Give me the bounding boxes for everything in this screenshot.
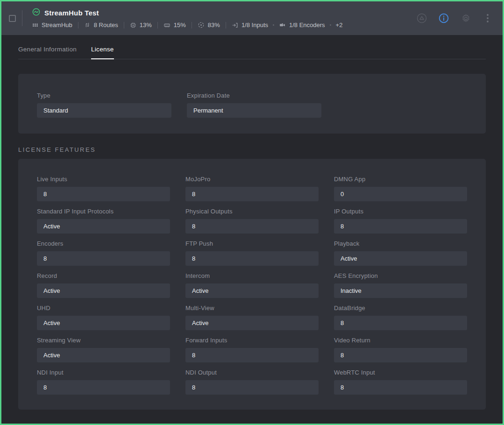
feature-value: 8 [334, 316, 467, 330]
license-type-label: Type [37, 92, 171, 99]
tab-license[interactable]: License [91, 46, 114, 59]
fan-icon [198, 21, 205, 28]
select-device-checkbox[interactable] [9, 15, 16, 22]
feature-value: Active [185, 283, 319, 298]
encoders-label: 1/8 Encoders [289, 21, 325, 28]
device-info: StreamHub Test StreamHub [32, 8, 342, 28]
feature-value: 8 [185, 380, 319, 395]
license-summary-card: Type Standard Expiration Date Permanent [18, 74, 486, 134]
encoders-stat: 1/8 Encoders [279, 21, 325, 28]
stat-separator [226, 22, 226, 28]
feature-field: FTP Push 8 [185, 240, 319, 266]
expiration-date-label: Expiration Date [187, 92, 321, 99]
feature-field: Record Active [37, 272, 170, 298]
header-actions [416, 13, 493, 24]
feature-value: 8 [37, 251, 170, 266]
license-type-value: Standard [37, 103, 171, 118]
feature-value: 8 [185, 219, 319, 234]
feature-value: Active [37, 219, 170, 234]
feature-label: DMNG App [334, 176, 467, 183]
detail-tabbar: General Information License [18, 46, 486, 59]
memory-icon [163, 22, 170, 28]
feature-field: WebRTC Input 8 [334, 369, 467, 395]
tab-general-information[interactable]: General Information [18, 46, 77, 59]
feature-label: AES Encryption [334, 272, 467, 279]
feature-label: Encoders [37, 240, 170, 247]
feature-value: 8 [185, 251, 319, 266]
feature-field: NDI Input 8 [37, 369, 170, 395]
device-type-label: StreamHub [42, 21, 72, 28]
feature-label: IP Outputs [334, 208, 467, 215]
stat-dot-separator [330, 24, 331, 26]
feature-label: NDI Input [37, 369, 170, 376]
feature-value: Active [185, 316, 319, 330]
info-circle-button[interactable] [438, 13, 449, 24]
feature-label: Streaming View [37, 337, 170, 344]
feature-field: Forward Inputs 8 [185, 337, 319, 362]
input-arrow-icon [232, 22, 238, 28]
feature-field: MoJoPro 8 [185, 176, 319, 201]
license-features-heading: LICENSE FEATURES [18, 146, 486, 153]
memory-label: 15% [174, 21, 186, 28]
device-type-stat: StreamHub [32, 21, 72, 28]
feature-field: Intercom Active [185, 272, 319, 298]
license-type-field: Type Standard [37, 92, 171, 118]
feature-label: Physical Outputs [185, 208, 319, 215]
feature-value: Active [37, 283, 170, 298]
feature-value: 8 [37, 187, 170, 201]
routes-icon [84, 21, 91, 28]
stat-separator [124, 22, 124, 28]
feature-label: DataBridge [334, 305, 467, 312]
stat-separator [157, 22, 158, 28]
feature-field: Video Return 8 [334, 337, 467, 362]
feature-field: AES Encryption Inactive [334, 272, 467, 298]
feature-label: Playback [334, 240, 467, 247]
license-features-card: Live Inputs 8 MoJoPro 8 DMNG App 0 Stand… [18, 159, 486, 410]
feature-label: Record [37, 272, 170, 279]
header-divider [22, 10, 22, 26]
device-window: StreamHub Test StreamHub [0, 0, 504, 425]
alert-circle-button[interactable] [416, 13, 427, 24]
feature-field: IP Outputs 8 [334, 208, 467, 234]
cpu-stat: 13% [130, 21, 152, 28]
feature-label: FTP Push [185, 240, 319, 247]
cpu-label: 13% [140, 21, 152, 28]
gear-icon-button[interactable] [460, 13, 471, 24]
kebab-menu-button[interactable] [482, 13, 493, 24]
feature-field: UHD Active [37, 305, 170, 330]
feature-label: UHD [37, 305, 170, 312]
feature-value: 8 [185, 187, 319, 201]
feature-value: Active [334, 251, 467, 266]
feature-field: Multi-View Active [185, 305, 319, 330]
feature-label: WebRTC Input [334, 369, 467, 376]
cpu-icon [130, 22, 136, 28]
feature-field: DataBridge 8 [334, 305, 467, 330]
feature-field: NDI Output 8 [185, 369, 319, 395]
feature-label: MoJoPro [185, 176, 319, 183]
feature-label: Intercom [185, 272, 319, 279]
stat-separator [192, 22, 192, 28]
fan-stat: 83% [198, 21, 220, 28]
feature-value: 0 [334, 187, 467, 201]
feature-value: 8 [37, 380, 170, 395]
feature-label: NDI Output [185, 369, 319, 376]
feature-label: Video Return [334, 337, 467, 344]
stat-dot-separator [273, 24, 274, 26]
feature-field: Standard IP Input Protocols Active [37, 208, 170, 234]
routes-label: 8 Routes [94, 21, 118, 28]
feature-value: Active [37, 316, 170, 330]
more-count-stat[interactable]: +2 [336, 21, 343, 28]
expiration-date-value: Permanent [187, 103, 321, 118]
memory-stat: 15% [163, 21, 186, 28]
apps-grid-icon [32, 22, 38, 28]
feature-value: Active [37, 348, 170, 362]
device-title: StreamHub Test [44, 9, 99, 17]
status-pulse-icon [32, 8, 40, 18]
routes-stat: 8 Routes [84, 21, 118, 28]
more-count-label: +2 [336, 21, 343, 28]
feature-value: 8 [185, 348, 319, 362]
feature-field: Physical Outputs 8 [185, 208, 319, 234]
inputs-stat: 1/8 Inputs [232, 21, 268, 28]
feature-field: Playback Active [334, 240, 467, 266]
feature-field: DMNG App 0 [334, 176, 467, 201]
